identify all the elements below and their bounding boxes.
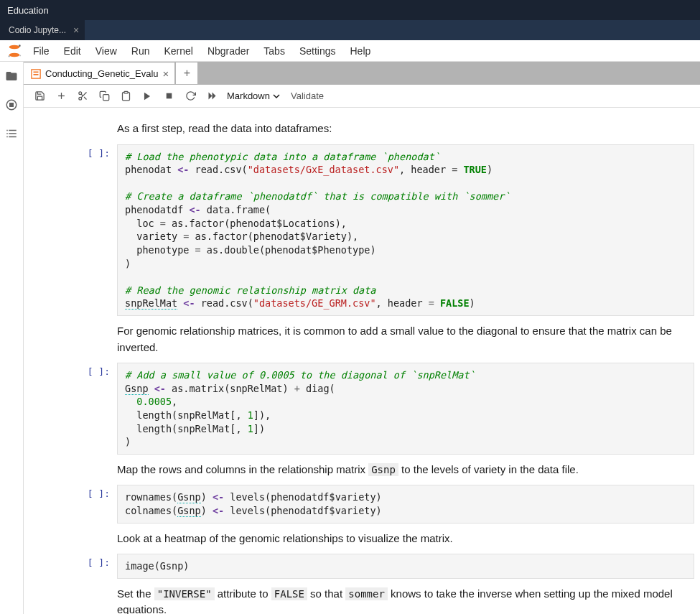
insert-cell-button[interactable] [51,86,71,106]
editor-tab-label: Codio Jupyte... [9,25,66,35]
svg-point-12 [78,92,81,95]
svg-line-15 [84,97,86,99]
svg-rect-17 [103,95,108,101]
cut-button[interactable] [73,86,93,106]
svg-marker-19 [144,92,150,100]
svg-point-1 [9,52,20,57]
inline-code: "INVERSE" [154,587,215,600]
markdown-cell[interactable]: Set the "INVERSE" attribute to FALSE so … [24,582,700,614]
svg-rect-20 [166,93,172,99]
menu-file[interactable]: File [26,42,57,60]
inline-code: Gsnp [368,463,398,476]
markdown-text: attribute to [215,587,271,600]
running-icon[interactable] [4,98,19,112]
prompt: [ ]: [88,488,110,499]
menu-run[interactable]: Run [124,42,157,60]
svg-line-16 [81,94,83,96]
window-titlebar: Education [0,0,700,20]
markdown-cell[interactable]: As a first step, read the data into data… [24,116,700,141]
code-source[interactable]: # Load the phenotypic data into a datafr… [117,144,694,317]
menu-help[interactable]: Help [342,42,378,60]
run-button[interactable] [137,86,157,106]
inline-code: FALSE [271,587,307,600]
code-source[interactable]: rownames(Gsnp) <- levels(phenodatdf$vari… [117,485,694,523]
markdown-text: Map the rows and columns in the relation… [117,463,368,475]
menu-view[interactable]: View [88,42,124,60]
folder-icon[interactable] [4,69,19,83]
paste-button[interactable] [116,86,136,106]
restart-run-all-button[interactable] [202,86,222,106]
cell-type-select[interactable]: Markdown [223,88,284,103]
validate-button[interactable]: Validate [285,88,330,104]
restart-button[interactable] [180,86,200,106]
menu-settings[interactable]: Settings [292,42,343,60]
editor-tab[interactable]: Codio Jupyte... × [0,20,85,40]
code-cell[interactable]: [ ]: # Add a small value of 0.0005 to th… [24,363,700,455]
notebook-body[interactable]: As a first step, read the data into data… [24,108,700,614]
code-cell[interactable]: [ ]: image(Gsnp) [24,554,700,579]
chevron-down-icon [273,93,280,100]
svg-point-0 [9,45,20,49]
window-title: Education [7,5,49,16]
markdown-cell[interactable]: Look at a heatmap of the genomic relatio… [24,526,700,552]
toc-icon[interactable] [4,126,19,141]
editor-tabbar: Codio Jupyte... × [0,20,700,40]
markdown-text: to the levels of variety in the data fil… [398,463,579,475]
menubar: File Edit View Run Kernel Nbgrader Tabs … [0,40,700,62]
notebook-toolbar: Markdown Validate [24,85,700,108]
svg-marker-22 [212,93,215,100]
svg-rect-6 [10,103,14,107]
cell-type-label: Markdown [227,90,270,101]
inline-code: sommer [345,587,388,600]
svg-marker-21 [208,93,212,100]
code-cell[interactable]: [ ]: # Load the phenotypic data into a d… [24,144,700,317]
notebook-icon [31,69,41,79]
menu-tabs[interactable]: Tabs [256,42,292,60]
svg-point-2 [19,45,21,47]
code-cell[interactable]: [ ]: rownames(Gsnp) <- levels(phenodatdf… [24,485,700,523]
menu-edit[interactable]: Edit [57,42,88,60]
menu-kernel[interactable]: Kernel [157,42,200,60]
markdown-text: For genomic relationship matrices, it is… [117,325,672,353]
svg-point-4 [19,55,21,56]
add-tab-button[interactable]: + [176,62,197,84]
svg-rect-9 [34,74,39,75]
markdown-text: As a first step, read the data into data… [117,122,332,134]
svg-rect-8 [34,71,39,73]
left-sidebar [0,62,24,614]
notebook-tab-label: Conducting_Genetic_Evalu [45,68,159,79]
notebook-tabbar: Conducting_Genetic_Evalu × + [24,62,700,85]
markdown-cell[interactable]: Map the rows and columns in the relation… [24,457,700,483]
close-icon[interactable]: × [73,24,79,36]
save-button[interactable] [29,86,50,106]
code-source[interactable]: # Add a small value of 0.0005 to the dia… [117,363,694,455]
close-icon[interactable]: × [163,68,169,79]
prompt: [ ]: [88,557,110,568]
markdown-text: so that [307,587,345,600]
interrupt-button[interactable] [159,86,179,106]
svg-rect-18 [124,91,128,93]
markdown-text: Look at a heatmap of the genomic relatio… [117,532,453,544]
copy-button[interactable] [94,86,114,106]
markdown-text: Set the [117,587,154,600]
prompt: [ ]: [88,366,110,377]
svg-point-3 [9,55,10,57]
markdown-cell[interactable]: For genomic relationship matrices, it is… [24,319,700,360]
content-area: Conducting_Genetic_Evalu × + Markdown Va… [24,62,700,614]
jupyter-logo-icon[interactable] [6,42,23,60]
prompt: [ ]: [88,148,110,159]
menu-nbgrader[interactable]: Nbgrader [200,42,256,60]
svg-point-13 [78,97,81,100]
code-source[interactable]: image(Gsnp) [117,554,694,579]
notebook-tab[interactable]: Conducting_Genetic_Evalu × [24,62,174,84]
